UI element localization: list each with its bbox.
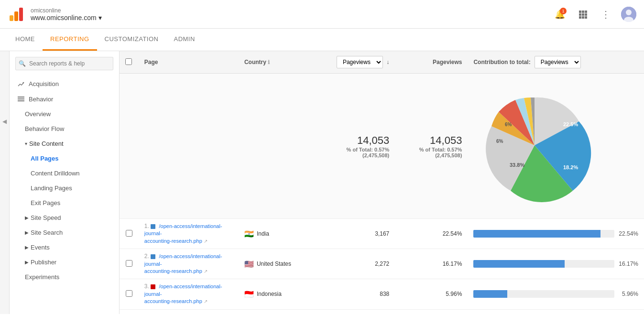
page-cell: 3. /open-access/international-journal-ac… <box>139 279 239 309</box>
sidebar-item-behavior-flow[interactable]: Behavior Flow <box>10 121 119 136</box>
svg-rect-7 <box>582 13 584 16</box>
contribution-bar-cell: 16.17% <box>468 249 644 279</box>
row-checkbox-cell <box>120 279 139 309</box>
row-number: 4. <box>144 314 149 314</box>
sidebar-collapse-button[interactable]: ◀ <box>0 51 10 314</box>
row-number: 3. <box>144 283 149 290</box>
page-link[interactable]: /open-access/international-journal-accou… <box>144 283 222 304</box>
sort-icon: ↓ <box>386 59 389 65</box>
sidebar-item-behavior[interactable]: Behavior <box>10 91 119 107</box>
more-button[interactable]: ⋮ <box>598 7 613 22</box>
svg-rect-2 <box>19 8 23 21</box>
row-number: 2. <box>144 253 149 260</box>
pageviews-1-cell: 3,167 <box>321 219 395 249</box>
row-checkbox-cell <box>120 249 139 279</box>
row-number: 1. <box>144 223 149 229</box>
contribution-percent: 22.54% <box>614 230 638 237</box>
search-icon: 🔍 <box>19 60 26 67</box>
sidebar-item-experiments[interactable]: Experiments <box>10 270 119 284</box>
sidebar-item-site-search[interactable]: ▶ Site Search <box>10 225 119 240</box>
svg-rect-4 <box>582 11 584 13</box>
sidebar-item-acquisition[interactable]: Acquisition <box>10 76 119 91</box>
row-checkbox-cell <box>120 309 139 314</box>
row-checkbox[interactable] <box>126 260 132 267</box>
svg-text:33.8%: 33.8% <box>510 162 524 168</box>
pageviews-1-cell: 838 <box>321 279 395 309</box>
search-input[interactable] <box>15 57 113 70</box>
sidebar-item-site-speed[interactable]: ▶ Site Speed <box>10 210 119 225</box>
user-avatar[interactable] <box>621 7 636 22</box>
table-row: 3. /open-access/international-journal-ac… <box>120 279 644 309</box>
external-link-icon: ↗ <box>204 269 207 274</box>
svg-rect-3 <box>579 11 581 13</box>
apps-button[interactable] <box>575 7 590 22</box>
th-contribution: Contribution to total: Pageviews <box>468 51 644 74</box>
sidebar-item-site-content[interactable]: ▾ Site Content <box>10 136 119 151</box>
page-link[interactable]: /open-access/international-journal-accou… <box>144 223 222 244</box>
top-bar-left: omicsonline www.omicsonline.com ▾ <box>8 6 102 23</box>
acquisition-label: Acquisition <box>29 80 59 87</box>
contribution-bar-wrapper <box>473 260 614 268</box>
svg-rect-16 <box>18 97 24 98</box>
pageviews-2-cell: 22.54% <box>395 219 468 249</box>
th-pageviews: Pageviews <box>395 51 468 74</box>
site-url[interactable]: www.omicsonline.com ▾ <box>31 14 102 22</box>
ga-logo <box>8 6 25 23</box>
sidebar-item-publisher[interactable]: ▶ Publisher <box>10 255 119 270</box>
page-color-indicator <box>151 284 155 289</box>
nav-tab-reporting[interactable]: REPORTING <box>43 29 97 51</box>
sidebar-item-overview[interactable]: Overview <box>10 107 119 121</box>
contribution-bar <box>473 260 565 268</box>
sidebar-item-events[interactable]: ▶ Events <box>10 240 119 255</box>
behavior-label: Behavior <box>29 96 53 103</box>
sidebar-item-all-pages[interactable]: All Pages <box>10 151 119 166</box>
top-bar: omicsonline www.omicsonline.com ▾ 🔔 1 <box>0 0 644 29</box>
table-row: 1. /open-access/international-journal-ac… <box>120 219 644 249</box>
page-color-indicator <box>151 254 155 259</box>
page-link[interactable]: /open-access/international-journal-accou… <box>144 253 222 274</box>
external-link-icon: ↗ <box>204 299 207 304</box>
content-area: Page Country ℹ Pageviews ↓ Pageviews <box>120 51 644 314</box>
row-checkbox[interactable] <box>126 230 132 237</box>
country-flag: 🇺🇸 <box>244 260 254 269</box>
country-cell: 🇺🇸 United States <box>239 249 321 279</box>
svg-rect-9 <box>579 16 581 19</box>
contribution-metric-select[interactable]: Pageviews <box>535 56 581 68</box>
svg-rect-17 <box>18 98 24 99</box>
pie-chart-cell: 22.5% 18.2% 33.8% 6% 6% <box>468 74 644 219</box>
country-cell: 🇵🇭 Philippines <box>239 309 321 314</box>
svg-rect-10 <box>582 16 584 19</box>
contribution-bar-wrapper <box>473 230 614 238</box>
svg-text:22.5%: 22.5% <box>563 121 578 127</box>
th-country: Country ℹ <box>239 51 321 74</box>
row-checkbox-cell <box>120 219 139 249</box>
nav-tab-customization[interactable]: CUSTOMIZATION <box>97 29 166 51</box>
page-cell: 4. /open-access/international-journal-ac… <box>139 309 239 314</box>
pageviews-metric-select[interactable]: Pageviews <box>337 56 383 68</box>
pageviews-2-cell: 5.96% <box>395 309 468 314</box>
sidebar-item-content-drilldown[interactable]: Content Drilldown <box>10 166 119 181</box>
contribution-bar-cell: 5.96% <box>468 279 644 309</box>
table-row: 2. /open-access/international-journal-ac… <box>120 249 644 279</box>
svg-rect-8 <box>585 13 587 16</box>
notifications-button[interactable]: 🔔 1 <box>552 7 568 22</box>
svg-rect-0 <box>10 15 13 21</box>
pageviews-2-cell: 16.17% <box>395 249 468 279</box>
th-checkbox <box>120 51 139 74</box>
svg-rect-11 <box>585 16 587 19</box>
nav-tab-home[interactable]: HOME <box>8 29 43 51</box>
sidebar-item-landing-pages[interactable]: Landing Pages <box>10 181 119 196</box>
sidebar-item-exit-pages[interactable]: Exit Pages <box>10 196 119 210</box>
brand-name: omicsonline <box>31 7 102 14</box>
nav-tab-admin[interactable]: ADMIN <box>166 29 202 51</box>
contribution-bar <box>473 230 600 238</box>
svg-rect-6 <box>579 13 581 16</box>
pageviews-2-cell: 5.96% <box>395 279 468 309</box>
select-all-checkbox[interactable] <box>125 58 132 65</box>
pageviews-1-cell: 838 <box>321 309 395 314</box>
pageviews-1-cell: 2,272 <box>321 249 395 279</box>
acquisition-icon <box>17 80 25 87</box>
row-checkbox[interactable] <box>126 290 132 297</box>
svg-text:6%: 6% <box>505 122 512 127</box>
url-dropdown-icon[interactable]: ▾ <box>98 14 102 22</box>
